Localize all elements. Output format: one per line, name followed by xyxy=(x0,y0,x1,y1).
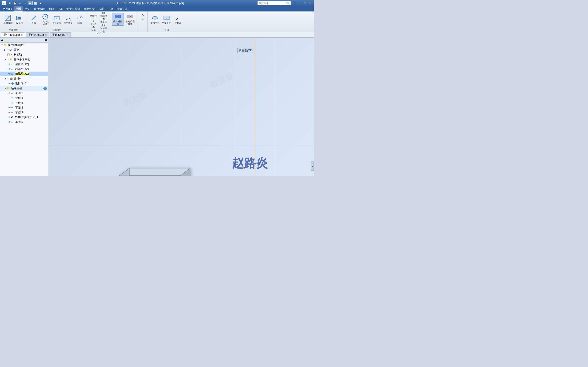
tree-item-extrude4[interactable]: ⬆ 拉伸 4 xyxy=(0,96,48,100)
tree-item-extrude5[interactable]: ⬆ 拉伸 5 xyxy=(0,100,48,105)
ribbon-btn-keep-align[interactable]: 保持对齐集 xyxy=(112,13,124,26)
ribbon-btn-arc[interactable]: 相切圆弧 xyxy=(63,13,74,26)
coord-dim-icon: ⊡ xyxy=(102,11,105,15)
tree-eye-ref-planes: 👁 xyxy=(7,58,9,61)
tree-eye-xy: 👁 xyxy=(8,63,10,66)
leftpanel-collapse-icon[interactable]: ◀ xyxy=(1,39,3,42)
command-search-input[interactable] xyxy=(259,2,286,5)
tree-item-root[interactable]: ▼ 📁 零件lianxi.par xyxy=(0,43,48,48)
curve-icon xyxy=(76,14,83,22)
dim-col-1: ↔ 智能尺寸 ↕ 间距 ∡ 夹角 xyxy=(89,13,98,31)
tree-item-material[interactable]: 📋 材料 (无) xyxy=(0,52,48,57)
tree-label-extrude4: 拉伸 4 xyxy=(15,96,23,100)
menu-file[interactable]: 文件(F) xyxy=(1,6,14,11)
ribbon-btn-3d-sketch[interactable]: 3D 3D草图 xyxy=(14,13,25,26)
tree-icon-material: 📋 xyxy=(7,53,10,56)
ribbon-btn-line[interactable]: 直线 xyxy=(28,13,39,26)
right-panel-handle[interactable]: ◀ xyxy=(311,161,314,171)
tab-part12[interactable]: 零件12.par ✕ xyxy=(50,32,71,37)
help-button[interactable]: ? xyxy=(292,1,297,5)
tree-eye-design-body-1: 👁 xyxy=(8,82,10,85)
diameter-icon: ⊖ xyxy=(102,23,105,27)
menu-measure[interactable]: 测量与检查 xyxy=(65,6,82,11)
maximize-button[interactable]: □ xyxy=(302,1,307,5)
menu-tools[interactable]: 工具 xyxy=(106,6,115,11)
remove-align-icon xyxy=(127,13,134,20)
ribbon-btn-coord-sys[interactable]: 坐标系 xyxy=(173,13,183,26)
rect-icon xyxy=(53,15,61,22)
menu-pmi[interactable]: PMI xyxy=(56,6,64,11)
tree-item-origin[interactable]: ▶ 👁 ⊕ 原点 xyxy=(0,48,48,52)
tree-item-hole1[interactable]: 👁 ⚙ 2-10 钻头大小 孔 1 xyxy=(0,115,48,120)
ribbon-btn-spacing[interactable]: ↕ 间距 xyxy=(89,19,98,25)
ribbon-btn-remove-align[interactable]: 从对齐集移除 xyxy=(124,13,136,26)
ordered-model-badge: ✓ xyxy=(43,87,47,90)
tree-item-xy[interactable]: 👁 ▭ 俯视图(XY) xyxy=(0,62,48,67)
menu-feature[interactable]: 特征 xyxy=(23,6,32,11)
tree-label-root: 零件lianxi.par xyxy=(8,43,24,47)
svg-line-5 xyxy=(32,16,36,20)
ribbon-btn-rect[interactable]: 中心矩形 xyxy=(51,13,62,26)
tree-eye-yz: 👁 xyxy=(8,68,10,70)
svg-rect-15 xyxy=(131,15,133,18)
3d-sketch-icon: 3D xyxy=(16,14,23,22)
tree-label-extrude5: 拉伸 5 xyxy=(15,101,23,105)
ribbon-group-label-draw: 草图绘制 xyxy=(52,28,61,31)
titlebar-left: 天 ⊞ 💾 ↩ ↪ ▶ ⬜ ▼ xyxy=(2,1,43,5)
tree-item-ref-planes[interactable]: ▼ 👁 📂 基本参考平面 xyxy=(0,57,48,62)
qa-undo[interactable]: ↩ xyxy=(18,1,23,5)
command-search[interactable]: 🔍 xyxy=(258,1,291,5)
minimize-button[interactable]: ─ xyxy=(297,1,302,5)
tree-item-design-body-1[interactable]: 👁 🔷 设计体_1 xyxy=(0,81,48,86)
tree-item-sketch5[interactable]: 👁 ✏ 草图 5 xyxy=(0,120,48,125)
qa-box[interactable]: ⬜ xyxy=(33,1,38,5)
menu-ai-tools[interactable]: 智能工具 xyxy=(115,6,130,11)
angle-label: 夹角 xyxy=(91,28,96,32)
line-label: 直线 xyxy=(32,22,36,24)
tree-item-sketch1[interactable]: 👁 ✏ 草图 1 xyxy=(0,91,48,96)
qa-run[interactable]: ▶ xyxy=(28,1,33,5)
ribbon-btn-coincident-plane[interactable]: 重合平面 xyxy=(149,13,161,26)
tab-lianxi-par[interactable]: 零件lianxi.par ✕ xyxy=(1,32,25,37)
ribbon-group-dims: ↔ 智能尺寸 ↕ 间距 ∡ 夹角 ⊡ 坐标尺寸 ⌀ xyxy=(87,12,110,32)
tab-lianxi-par-close[interactable]: ✕ xyxy=(21,34,23,36)
ribbon-btn-smart-dim[interactable]: ↔ 智能尺寸 xyxy=(89,13,98,19)
tree-item-sketch3[interactable]: 👁 ✏ 草图 3 xyxy=(0,110,48,115)
close-button[interactable]: ✕ xyxy=(307,1,312,5)
tree-item-yz[interactable]: 👁 ▭ 右视图(YZ) xyxy=(0,67,48,72)
ribbon-btn-sketch-draw[interactable]: 草图绘制 xyxy=(2,13,13,26)
tree-item-xz[interactable]: 👁 ▭ 前视图(XZ) xyxy=(0,72,48,76)
menu-surface[interactable]: 曲面 xyxy=(47,6,56,11)
ribbon-btn-curve[interactable]: 曲线 xyxy=(74,13,85,26)
frontview-label: 前视图(XZ) xyxy=(237,48,254,53)
svg-rect-14 xyxy=(128,15,130,18)
qa-new[interactable]: ⊞ xyxy=(8,1,12,5)
menu-direct-edit[interactable]: 直接编辑 xyxy=(32,6,47,11)
tree-label-sketch5: 草图 5 xyxy=(15,120,23,124)
ribbon-btn-text-up[interactable]: A xyxy=(140,13,146,17)
tree-item-sketch2[interactable]: 👁 ✏ 草图 2 xyxy=(0,105,48,110)
tab-part12-close[interactable]: ✕ xyxy=(66,34,68,36)
svg-line-24 xyxy=(176,18,178,20)
tree-item-ordered-model[interactable]: ▼ 📂 顺序建模 ✓ xyxy=(0,86,48,91)
tree-item-design-body[interactable]: ▼ 👁 📦 设计体 xyxy=(0,76,48,81)
ribbon-btn-circle[interactable]: 中心和点画圆 xyxy=(40,13,51,26)
qa-extra[interactable]: ▼ xyxy=(38,1,43,5)
qa-redo[interactable]: ↪ xyxy=(23,1,27,5)
tab-lianxi-dft-close[interactable]: ✕ xyxy=(45,34,47,36)
ribbon-btn-diameter[interactable]: ⊖ 对标直径 xyxy=(99,25,108,31)
tree-label-yz: 右视图(YZ) xyxy=(15,67,29,71)
ribbon-btn-text-down[interactable]: A↓ xyxy=(140,17,146,22)
window-controls: 🔍 ? ─ □ ✕ xyxy=(258,1,312,5)
ribbon-btn-more-planes[interactable]: ... 更多平面 xyxy=(161,13,172,26)
app-logo: 天 xyxy=(2,1,6,5)
leftpanel-close-icon[interactable]: ✕ xyxy=(45,39,47,42)
viewport[interactable]: 教育版 教育版 教育版 教育版 xyxy=(48,38,314,176)
tree-eye-sketch3: 👁 xyxy=(8,111,10,114)
tab-lianxi-dft[interactable]: 零件lianxi.dft ✕ xyxy=(26,32,49,37)
tree-eye-sketch1: 👁 xyxy=(8,92,10,94)
ribbon-btn-angle[interactable]: ∡ 夹角 xyxy=(89,25,98,31)
ribbon-group-sketch: 草图绘制 3D 3D草图 草图绘制 xyxy=(1,12,26,32)
qa-save[interactable]: 💾 xyxy=(13,1,17,5)
menu-sketch[interactable]: 单图 xyxy=(14,6,23,11)
